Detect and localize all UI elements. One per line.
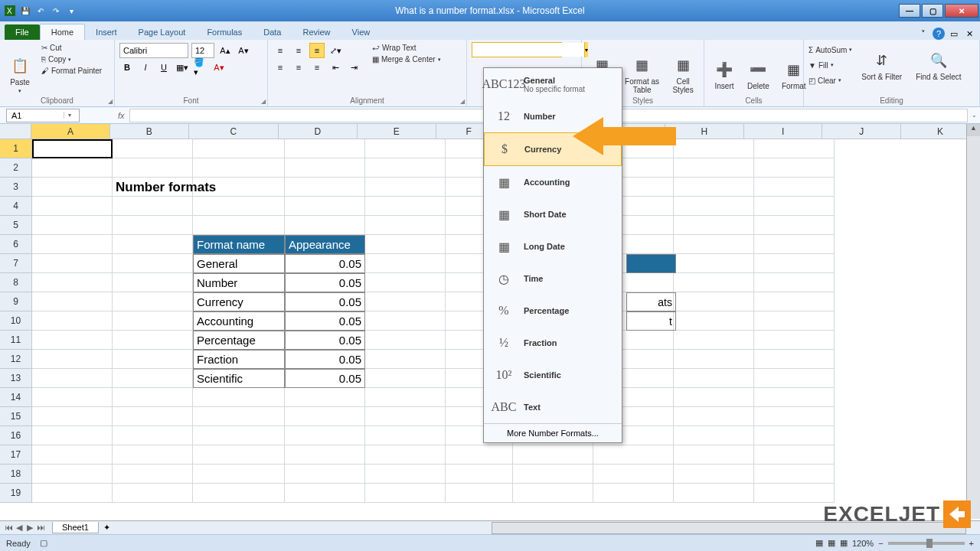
grid-cell[interactable] — [32, 216, 113, 235]
expand-formula-bar-icon[interactable]: ⌄ — [968, 112, 980, 119]
table-cell[interactable]: 0.05 — [285, 331, 365, 350]
grid-cell[interactable] — [32, 235, 113, 254]
tab-home[interactable]: Home — [40, 24, 85, 40]
grid-cell[interactable] — [674, 178, 754, 197]
grid-cell[interactable] — [285, 178, 365, 197]
row-header[interactable]: 10 — [0, 311, 32, 331]
grid-cell[interactable] — [365, 158, 446, 178]
row-header[interactable]: 1 — [0, 139, 32, 158]
grid-cell[interactable] — [32, 292, 113, 311]
name-box[interactable]: A1 ▾ — [6, 109, 80, 122]
grid-cell[interactable] — [193, 139, 285, 158]
zoom-out-icon[interactable]: − — [878, 539, 883, 548]
grid-cell[interactable] — [113, 216, 193, 235]
grid-cell[interactable] — [32, 178, 113, 197]
tab-insert[interactable]: Insert — [85, 24, 128, 40]
grid-cell[interactable] — [32, 254, 113, 273]
first-sheet-icon[interactable]: ⏮ — [3, 523, 14, 533]
italic-button[interactable]: I — [138, 60, 153, 75]
table-cell[interactable]: Accounting — [193, 311, 285, 331]
numfmt-item-short-date[interactable]: ▦Short Date — [484, 198, 622, 230]
grid-cell[interactable] — [113, 197, 193, 216]
close-doc-icon[interactable]: ✕ — [963, 28, 975, 40]
tab-review[interactable]: Review — [292, 24, 341, 40]
table-cell[interactable]: Number — [193, 273, 285, 292]
grid-cell[interactable] — [674, 311, 754, 331]
row-header[interactable]: 18 — [0, 465, 32, 484]
grid-cell[interactable] — [285, 407, 365, 426]
grid-cell[interactable] — [193, 445, 285, 465]
grid-cell[interactable] — [113, 484, 193, 503]
number-format-selector[interactable]: ▾ — [472, 42, 562, 57]
wrap-text-button[interactable]: ⮐Wrap Text — [369, 42, 444, 54]
prev-sheet-icon[interactable]: ◀ — [14, 523, 24, 533]
row-header[interactable]: 17 — [0, 445, 32, 465]
table-cell[interactable]: 0.05 — [285, 350, 365, 369]
grid-cell[interactable] — [285, 197, 365, 216]
grid-cell[interactable] — [285, 139, 365, 158]
grid-cell[interactable] — [193, 407, 285, 426]
numfmt-item-scientific[interactable]: 10²Scientific — [484, 359, 622, 391]
grid-cell[interactable] — [754, 216, 835, 235]
grid-cell[interactable] — [754, 235, 835, 254]
grid-cell[interactable] — [365, 484, 446, 503]
grid-cell[interactable] — [674, 216, 754, 235]
grid-cell[interactable] — [365, 235, 446, 254]
grid-cell[interactable] — [113, 350, 193, 369]
table-cell[interactable]: 0.05 — [285, 369, 365, 388]
grid-cell[interactable] — [754, 484, 835, 503]
fill-color-button[interactable]: 🪣▾ — [193, 60, 208, 75]
grid-cell[interactable] — [754, 465, 835, 484]
grid-cell[interactable] — [674, 139, 754, 158]
zoom-slider[interactable] — [888, 542, 965, 545]
grid-cell[interactable] — [365, 369, 446, 388]
grid-cell[interactable] — [365, 426, 446, 445]
table-cell[interactable]: General — [193, 254, 285, 273]
maximize-button[interactable]: ▢ — [922, 4, 943, 18]
grid-cell[interactable] — [446, 484, 513, 503]
zoom-level[interactable]: 120% — [852, 539, 874, 548]
grid-cell[interactable] — [113, 426, 193, 445]
grid-cell[interactable] — [193, 388, 285, 407]
grid-cell[interactable] — [754, 369, 835, 388]
grid-cell[interactable] — [285, 484, 365, 503]
align-right-icon[interactable]: ≡ — [309, 60, 325, 75]
font-size-input[interactable] — [191, 43, 214, 58]
numfmt-item-fraction[interactable]: ½Fraction — [484, 327, 622, 359]
next-sheet-icon[interactable]: ▶ — [24, 523, 35, 533]
table-cell[interactable]: 0.05 — [285, 254, 365, 273]
grid-cell[interactable] — [113, 407, 193, 426]
numfmt-item-accounting[interactable]: ▦Accounting — [484, 166, 622, 198]
name-box-arrow-icon[interactable]: ▾ — [64, 112, 74, 119]
close-button[interactable]: ✕ — [945, 4, 978, 18]
table-cell[interactable]: 0.05 — [285, 311, 365, 331]
grid-cell[interactable] — [193, 484, 285, 503]
qat-dropdown-icon[interactable]: ▾ — [64, 4, 78, 18]
grid-cell[interactable] — [674, 273, 754, 292]
grid-cell[interactable] — [674, 197, 754, 216]
grid-cell[interactable] — [113, 388, 193, 407]
minimize-button[interactable]: — — [899, 4, 920, 18]
align-center-icon[interactable]: ≡ — [291, 60, 306, 75]
grid-cell[interactable] — [754, 139, 835, 158]
clipboard-launcher-icon[interactable]: ◢ — [108, 98, 113, 105]
tab-page-layout[interactable]: Page Layout — [128, 24, 197, 40]
grid-cell[interactable] — [754, 407, 835, 426]
grid-cell[interactable] — [674, 235, 754, 254]
undo-icon[interactable]: ↶ — [34, 4, 47, 18]
table-cell[interactable]: Percentage — [193, 331, 285, 350]
grid-cell[interactable] — [513, 465, 593, 484]
table-cell[interactable]: Format name — [193, 235, 285, 254]
save-icon[interactable]: 💾 — [18, 4, 32, 18]
merge-center-button[interactable]: ▦Merge & Center▾ — [369, 54, 444, 65]
worksheet-title[interactable]: Number formats — [113, 178, 285, 197]
grid-cell[interactable] — [365, 216, 446, 235]
vertical-scrollbar[interactable]: ▲ — [966, 124, 980, 519]
grid-cell[interactable] — [113, 292, 193, 311]
grid-cell[interactable] — [754, 426, 835, 445]
grid-cell[interactable] — [365, 350, 446, 369]
row-header[interactable]: 9 — [0, 292, 32, 311]
grow-font-icon[interactable]: A▴ — [217, 43, 233, 58]
grid-cell[interactable] — [674, 484, 754, 503]
numfmt-item-long-date[interactable]: ▦Long Date — [484, 230, 622, 262]
